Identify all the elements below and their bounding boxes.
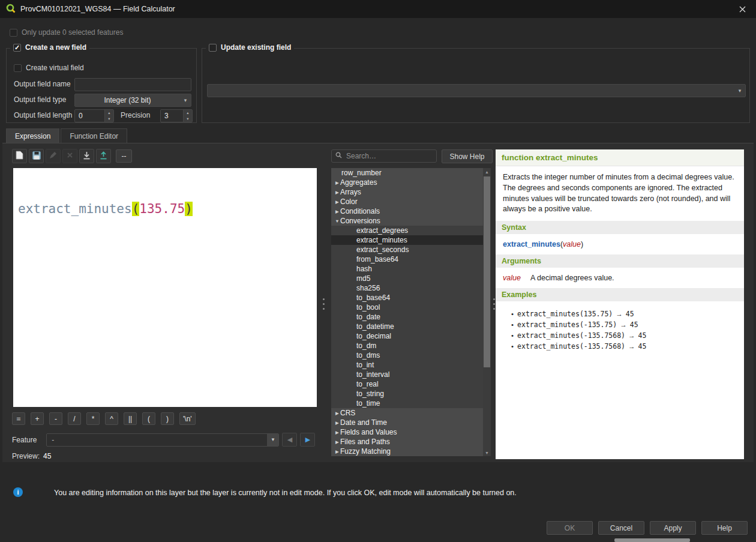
previous-feature-button[interactable]: ◀ xyxy=(282,433,297,447)
tree-item-extract-minutes[interactable]: extract_minutes xyxy=(331,235,491,245)
tree-item-conditionals[interactable]: ▶Conditionals xyxy=(331,206,491,216)
update-existing-field-checkbox[interactable] xyxy=(209,44,217,52)
expand-icon[interactable]: ▶ xyxy=(333,411,340,416)
info-icon: i xyxy=(13,487,23,497)
operator-newline-button[interactable]: '\n' xyxy=(179,412,196,425)
feature-label: Feature xyxy=(12,436,37,444)
tree-item-sha256[interactable]: sha256 xyxy=(331,283,491,293)
create-virtual-field-checkbox[interactable] xyxy=(14,64,22,72)
output-field-type-select[interactable]: Integer (32 bit) ▾ xyxy=(74,94,191,107)
tree-item-to-time[interactable]: to_time xyxy=(331,399,491,408)
update-existing-field-legend[interactable]: Update existing field xyxy=(206,43,294,52)
tree-item-files-and-paths[interactable]: ▶Files and Paths xyxy=(331,437,491,447)
tree-scrollbar-thumb[interactable] xyxy=(484,176,490,367)
horizontal-scrollbar-thumb[interactable] xyxy=(614,538,690,542)
operator-open-paren-button[interactable]: ( xyxy=(142,412,155,425)
tree-item-fields-and-values[interactable]: ▶Fields and Values xyxy=(331,427,491,437)
tree-item-conversions[interactable]: ▼Conversions xyxy=(331,216,491,226)
collapse-icon[interactable]: ▼ xyxy=(333,218,340,224)
import-expression-button[interactable] xyxy=(79,149,94,163)
tree-item-to-base64[interactable]: to_base64 xyxy=(331,293,491,303)
close-icon[interactable] xyxy=(728,0,756,18)
operator-multiply-button[interactable]: * xyxy=(86,412,100,425)
output-field-name-input[interactable] xyxy=(74,78,191,91)
tab-expression[interactable]: Expression xyxy=(6,128,59,143)
operator-concat-button[interactable]: || xyxy=(124,412,137,425)
operator-power-button[interactable]: ^ xyxy=(105,412,118,425)
chevron-down-icon[interactable]: ▼ xyxy=(267,434,278,446)
expand-icon[interactable]: ▶ xyxy=(333,199,340,205)
expand-icon[interactable]: ▶ xyxy=(333,420,340,426)
tree-item-to-real[interactable]: to_real xyxy=(331,379,491,389)
tree-item-extract-degrees[interactable]: extract_degrees xyxy=(331,226,491,235)
spin-up-icon[interactable]: ▴ xyxy=(184,110,192,116)
cancel-button[interactable]: Cancel xyxy=(598,521,644,535)
remove-expression-button[interactable] xyxy=(62,149,77,163)
only-update-checkbox-row[interactable]: Only update 0 selected features xyxy=(10,28,123,37)
spin-up-icon[interactable]: ▴ xyxy=(105,110,113,116)
create-new-field-legend[interactable]: ✓ Create a new field xyxy=(10,43,89,52)
arrow-right-icon: → xyxy=(616,310,623,318)
expand-icon[interactable]: ▶ xyxy=(333,190,340,195)
ok-button[interactable]: OK xyxy=(547,521,593,535)
tree-item-to-interval[interactable]: to_interval xyxy=(331,370,491,379)
apply-button[interactable]: Apply xyxy=(650,521,696,535)
tree-item-color[interactable]: ▶Color xyxy=(331,197,491,206)
function-tree[interactable]: row_number ▶Aggregates ▶Arrays ▶Color ▶C… xyxy=(331,168,491,456)
tree-item-to-bool[interactable]: to_bool xyxy=(331,303,491,312)
expand-icon[interactable]: ▶ xyxy=(333,430,340,435)
show-help-button[interactable]: Show Help xyxy=(442,149,493,163)
tree-scrollbar[interactable]: ▲ ▼ xyxy=(483,168,491,456)
help-button[interactable]: Help xyxy=(701,521,748,535)
create-virtual-field-row[interactable]: Create virtual field xyxy=(14,64,84,72)
operator-plus-button[interactable]: + xyxy=(31,412,44,425)
output-field-length-stepper[interactable]: 0 ▴ ▾ xyxy=(74,109,114,122)
tree-item-to-dm[interactable]: to_dm xyxy=(331,341,491,351)
operator-divide-button[interactable]: / xyxy=(68,412,81,425)
tree-item-date-and-time[interactable]: ▶Date and Time xyxy=(331,418,491,427)
tree-item-to-datetime[interactable]: to_datetime xyxy=(331,322,491,331)
precision-stepper[interactable]: 3 ▴ ▾ xyxy=(160,109,193,122)
tree-item-to-string[interactable]: to_string xyxy=(331,389,491,399)
spin-down-icon[interactable]: ▾ xyxy=(105,116,113,122)
tree-item-md5[interactable]: md5 xyxy=(331,274,491,283)
dash-button[interactable]: -- xyxy=(116,149,132,163)
operator-close-paren-button[interactable]: ) xyxy=(161,412,174,425)
save-expression-button[interactable] xyxy=(29,149,44,163)
existing-field-select[interactable]: ▾ xyxy=(207,84,746,97)
operator-equals-button[interactable]: = xyxy=(12,412,25,425)
tree-item-to-date[interactable]: to_date xyxy=(331,312,491,322)
next-feature-button[interactable]: ▶ xyxy=(300,433,315,447)
tab-function-editor[interactable]: Function Editor xyxy=(61,128,127,143)
spin-down-icon[interactable]: ▾ xyxy=(184,116,192,122)
expand-icon[interactable]: ▶ xyxy=(333,180,340,185)
expand-icon[interactable]: ▶ xyxy=(333,209,340,214)
clear-expression-button[interactable] xyxy=(12,149,27,163)
scroll-down-icon[interactable]: ▼ xyxy=(483,449,491,456)
tree-item-extract-seconds[interactable]: extract_seconds xyxy=(331,245,491,254)
scroll-up-icon[interactable]: ▲ xyxy=(483,168,491,175)
expand-icon[interactable]: ▶ xyxy=(333,449,340,454)
operator-minus-button[interactable]: - xyxy=(49,412,62,425)
export-expression-button[interactable] xyxy=(96,149,111,163)
feature-select[interactable]: - ▼ xyxy=(46,433,279,447)
tree-item-row-number[interactable]: row_number xyxy=(331,168,491,178)
create-new-field-checkbox[interactable]: ✓ xyxy=(13,44,21,52)
tree-item-to-dms[interactable]: to_dms xyxy=(331,351,491,360)
tree-item-aggregates[interactable]: ▶Aggregates xyxy=(331,178,491,187)
left-splitter-handle[interactable] xyxy=(322,298,325,310)
search-input[interactable] xyxy=(345,151,433,161)
tree-item-hash[interactable]: hash xyxy=(331,264,491,274)
tree-item-crs[interactable]: ▶CRS xyxy=(331,408,491,418)
tree-item-from-base64[interactable]: from_base64 xyxy=(331,254,491,264)
chevron-down-icon: ▾ xyxy=(734,88,745,94)
tree-item-to-decimal[interactable]: to_decimal xyxy=(331,331,491,341)
tree-item-fuzzy-matching[interactable]: ▶Fuzzy Matching xyxy=(331,447,491,456)
tree-item-to-int[interactable]: to_int xyxy=(331,360,491,370)
only-update-checkbox[interactable] xyxy=(10,29,17,37)
expression-editor[interactable]: extract_minutes(135.75) xyxy=(13,168,317,407)
search-box[interactable] xyxy=(331,149,437,163)
expand-icon[interactable]: ▶ xyxy=(333,439,340,445)
edit-expression-button[interactable] xyxy=(46,149,61,163)
tree-item-arrays[interactable]: ▶Arrays xyxy=(331,187,491,197)
